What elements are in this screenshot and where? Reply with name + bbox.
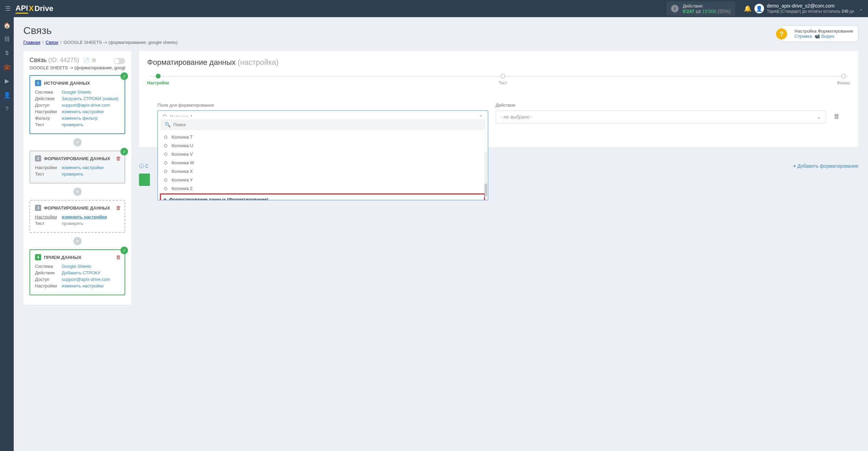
add-step-button-2[interactable]: + bbox=[73, 188, 82, 196]
sitemap-icon[interactable]: ⛓ bbox=[4, 36, 10, 43]
youtube-icon[interactable]: ▶ bbox=[5, 78, 9, 85]
connection-toggle[interactable] bbox=[114, 58, 125, 64]
dropdown-list[interactable]: Колонка T Колонка U Колонка V Колонка W … bbox=[158, 133, 488, 200]
actions-label: Действия: bbox=[683, 3, 730, 9]
logo[interactable]: APIXDrive bbox=[15, 4, 53, 14]
action-select[interactable]: - не выбрано - ⌄ bbox=[496, 110, 826, 123]
option-col-z[interactable]: Колонка Z bbox=[158, 184, 488, 193]
actions-used: 8'247 bbox=[683, 9, 694, 14]
field-dropdown: 🔍 Колонка T Колонка U Колонка V Колонка … bbox=[157, 116, 488, 200]
trash-icon[interactable]: 🗑 bbox=[116, 205, 121, 211]
search-input[interactable] bbox=[173, 122, 481, 127]
source-action-link[interactable]: Загрузить СТРОКИ (новые) bbox=[62, 96, 118, 101]
actions-pct: (55%) bbox=[718, 9, 730, 14]
user-tariff: Тариф |Стандарт| до оплаты осталось 240 … bbox=[767, 9, 854, 14]
avatar-icon: 👤 bbox=[754, 4, 764, 13]
format1-test-link[interactable]: проверить bbox=[62, 171, 83, 177]
logo-text-x: X bbox=[29, 4, 34, 13]
dest-access-link[interactable]: support@apix-drive.com bbox=[62, 277, 110, 282]
breadcrumb-links[interactable]: Связи bbox=[46, 40, 58, 45]
stepper-dot-1[interactable] bbox=[156, 74, 161, 79]
step-format2-title: ФОРМАТИРОВАНИЕ ДАННЫХ bbox=[44, 205, 110, 211]
clear-link[interactable]: С bbox=[145, 163, 149, 169]
menu-toggle-icon[interactable]: ☰ bbox=[0, 5, 15, 12]
dest-action-link[interactable]: Добавить СТРОКУ bbox=[62, 270, 100, 275]
help-title: Настройка Форматирование bbox=[795, 28, 853, 34]
check-icon: ✓ bbox=[120, 247, 128, 254]
option-col-w[interactable]: Колонка W bbox=[158, 158, 488, 167]
format2-test-link[interactable]: проверить bbox=[62, 221, 83, 226]
page-title: Связь bbox=[23, 25, 858, 36]
user-email: demo_apix-drive_s2@com.com bbox=[767, 3, 854, 9]
source-settings-link[interactable]: изменить настройки bbox=[62, 109, 104, 114]
add-formatting-link[interactable]: + Добавить форматирование bbox=[793, 163, 858, 169]
source-filter-link[interactable]: изменить фильтр bbox=[62, 116, 98, 121]
stepper-label-1: Настройки bbox=[147, 81, 169, 85]
highlighted-group: Форматирование данных (Форматирование) К… bbox=[160, 193, 485, 200]
action-label: Действие bbox=[496, 103, 826, 108]
step-format-1[interactable]: ✓ 🗑 2ФОРМАТИРОВАНИЕ ДАННЫХ Настройкиизме… bbox=[30, 151, 125, 183]
actions-usage-chip[interactable]: i Действия: 8'247 из 15'000 (55%) bbox=[666, 1, 735, 16]
document-icon[interactable]: 📄 bbox=[83, 57, 90, 63]
connection-path: GOOGLE SHEETS -> (форматирование, google… bbox=[30, 65, 125, 70]
continue-button[interactable] bbox=[139, 174, 150, 186]
chevron-down-icon: ⌄ bbox=[817, 114, 821, 120]
format-panel: Форматирование данных (настройка) Настро… bbox=[139, 51, 858, 147]
user-menu[interactable]: 👤 demo_apix-drive_s2@com.com Тариф |Стан… bbox=[754, 3, 868, 14]
logo-text-a: API bbox=[15, 4, 28, 14]
stepper-dot-3[interactable] bbox=[841, 74, 846, 79]
help-video-link[interactable]: Видео bbox=[821, 34, 834, 39]
add-step-button-3[interactable]: + bbox=[73, 237, 82, 245]
option-col-v[interactable]: Колонка V bbox=[158, 150, 488, 158]
bell-icon[interactable]: 🔔 bbox=[741, 5, 754, 12]
step-format-2[interactable]: 🗑 3ФОРМАТИРОВАНИЕ ДАННЫХ Настройкиизмени… bbox=[30, 200, 125, 233]
option-col-x[interactable]: Колонка X bbox=[158, 167, 488, 176]
breadcrumb-home[interactable]: Главная bbox=[23, 40, 40, 45]
step-dest-title: ПРИЕМ ДАННЫХ bbox=[44, 255, 81, 260]
add-step-button-1[interactable]: + bbox=[73, 138, 82, 146]
delete-row-button[interactable]: 🗑 bbox=[834, 113, 840, 120]
logo-text-b: Drive bbox=[34, 4, 53, 13]
option-col-y[interactable]: Колонка Y bbox=[158, 176, 488, 184]
dropdown-scrollbar[interactable] bbox=[484, 151, 487, 198]
info-icon: ⓘ bbox=[139, 163, 144, 169]
option-group-formatting[interactable]: Форматирование данных (Форматирование) bbox=[161, 195, 484, 200]
connection-panel: Связь (ID: 44275) 📄⚙ GOOGLE SHEETS -> (ф… bbox=[23, 51, 131, 305]
format1-settings-link[interactable]: изменить настройки bbox=[62, 165, 104, 170]
trash-icon[interactable]: 🗑 bbox=[116, 155, 121, 161]
briefcase-icon[interactable]: 💼 bbox=[3, 63, 11, 71]
side-nav: 🏠 ⛓ $ 💼 ▶ 👤 ? bbox=[0, 17, 14, 451]
user-icon[interactable]: 👤 bbox=[3, 92, 11, 99]
source-system-link[interactable]: Google Sheets bbox=[62, 90, 91, 95]
help-badge: ? Настройка Форматирование Справка 📹 Вид… bbox=[781, 25, 858, 42]
step-source[interactable]: ✓ 1ИСТОЧНИК ДАННЫХ СистемаGoogle Sheets … bbox=[30, 75, 125, 134]
stepper: Настройки Тест Финиш bbox=[147, 74, 850, 85]
dest-settings-link[interactable]: изменить настройки bbox=[62, 283, 104, 288]
chevron-down-icon: ⌄ bbox=[859, 6, 863, 11]
source-test-link[interactable]: проверить bbox=[62, 122, 83, 127]
step-format1-title: ФОРМАТИРОВАНИЕ ДАННЫХ bbox=[44, 156, 110, 161]
dropdown-search[interactable]: 🔍 bbox=[161, 119, 485, 130]
help-icon[interactable]: ? bbox=[5, 106, 8, 112]
help-reference-link[interactable]: Справка bbox=[795, 34, 812, 39]
home-icon[interactable]: 🏠 bbox=[3, 22, 11, 29]
dest-system-link[interactable]: Google Sheets bbox=[62, 264, 91, 269]
step-destination[interactable]: ✓ 🗑 4ПРИЕМ ДАННЫХ СистемаGoogle Sheets Д… bbox=[30, 249, 125, 295]
option-col-t[interactable]: Колонка T bbox=[158, 133, 488, 141]
connection-header: Связь (ID: 44275) 📄⚙ bbox=[30, 57, 125, 64]
check-icon: ✓ bbox=[120, 72, 128, 80]
format2-settings-link[interactable]: изменить настройки bbox=[62, 214, 107, 219]
action-select-value: - не выбрано - bbox=[501, 114, 533, 120]
trash-icon[interactable]: 🗑 bbox=[116, 254, 121, 260]
check-icon: ✓ bbox=[120, 148, 128, 155]
question-icon[interactable]: ? bbox=[776, 28, 787, 39]
info-icon: i bbox=[671, 5, 679, 12]
actions-total: 15'000 bbox=[702, 9, 716, 14]
source-access-link[interactable]: support@apix-drive.com bbox=[62, 103, 110, 108]
option-col-u[interactable]: Колонка U bbox=[158, 141, 488, 150]
stepper-label-3: Финиш bbox=[837, 81, 850, 85]
gear-icon[interactable]: ⚙ bbox=[92, 57, 96, 63]
stepper-dot-2[interactable] bbox=[501, 74, 505, 79]
dollar-icon[interactable]: $ bbox=[5, 50, 8, 57]
search-icon: 🔍 bbox=[165, 122, 171, 127]
